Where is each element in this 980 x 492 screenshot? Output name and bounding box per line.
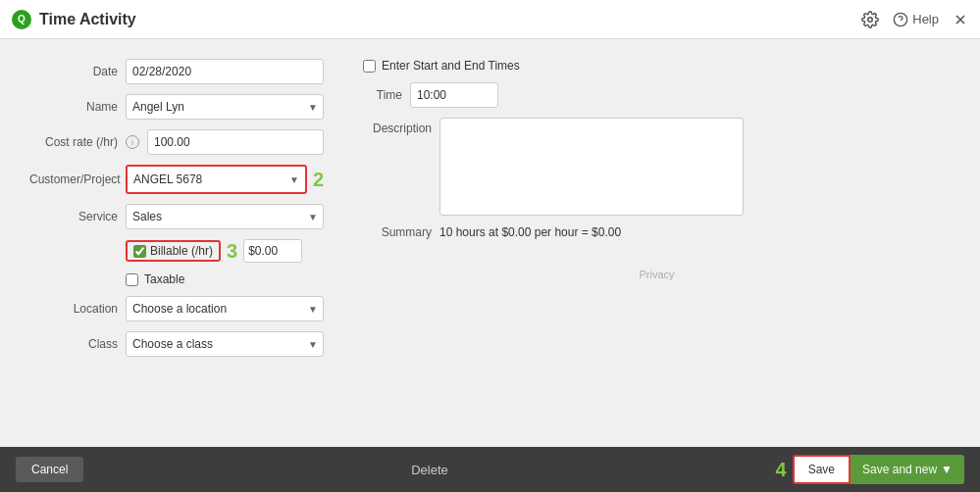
date-row: Date — [29, 59, 324, 84]
annotation-4: 4 — [776, 459, 787, 481]
taxable-label: Taxable — [144, 272, 184, 286]
main-content: Date Name Angel Lyn ▼ Cost rate (/hr) i — [0, 39, 980, 447]
time-input[interactable] — [410, 82, 498, 108]
location-label: Location — [29, 302, 118, 316]
time-label: Time — [363, 88, 402, 102]
class-select[interactable]: Choose a class — [126, 331, 324, 357]
close-icon[interactable] — [953, 12, 968, 27]
privacy-link[interactable]: Privacy — [639, 269, 674, 280]
description-label: Description — [363, 118, 432, 135]
summary-row: Summary 10 hours at $0.00 per hour = $0.… — [363, 225, 951, 239]
right-column: Enter Start and End Times Time Descripti… — [363, 59, 951, 427]
description-row: Description — [363, 118, 951, 216]
service-select-wrap: Sales ▼ — [126, 204, 324, 229]
page-title: Time Activity — [39, 11, 136, 28]
date-label: Date — [29, 65, 118, 78]
save-and-new-button[interactable]: Save and new ▼ — [851, 455, 964, 484]
customer-label: Customer/Project — [29, 172, 118, 186]
settings-icon[interactable] — [861, 11, 879, 28]
taxable-row: Taxable — [126, 272, 324, 286]
location-select[interactable]: Choose a location — [126, 296, 324, 321]
header: Q Time Activity Help — [0, 0, 980, 39]
time-row: Time — [363, 82, 951, 108]
customer-row: Customer/Project ANGEL 5678 ▼ 2 — [29, 165, 324, 194]
cost-rate-input[interactable] — [147, 129, 324, 155]
billable-label: Billable (/hr) — [150, 244, 213, 258]
class-select-wrap: Choose a class ▼ — [126, 331, 324, 357]
cost-rate-row: Cost rate (/hr) i — [29, 129, 324, 155]
location-select-wrap: Choose a location ▼ — [126, 296, 324, 321]
name-label: Name — [29, 100, 118, 114]
save-new-dropdown-icon: ▼ — [941, 463, 953, 476]
summary-text: 10 hours at $0.00 per hour = $0.00 — [439, 225, 621, 239]
location-row: Location Choose a location ▼ — [29, 296, 324, 321]
name-select-wrap: Angel Lyn ▼ — [126, 94, 324, 120]
name-select[interactable]: Angel Lyn — [126, 94, 324, 120]
summary-label: Summary — [363, 225, 432, 239]
cost-rate-info-icon[interactable]: i — [126, 135, 139, 149]
customer-highlight-border: ANGEL 5678 ▼ — [126, 165, 307, 194]
annotation-3: 3 — [227, 240, 237, 263]
customer-select-container: ANGEL 5678 ▼ 2 — [126, 165, 324, 194]
footer-save-wrap: 4 Save Save and new ▼ — [776, 455, 964, 484]
left-column: Date Name Angel Lyn ▼ Cost rate (/hr) i — [29, 59, 324, 427]
class-label: Class — [29, 337, 118, 351]
annotation-2: 2 — [313, 169, 324, 191]
help-button[interactable]: Help — [893, 12, 939, 27]
description-textarea[interactable] — [439, 118, 744, 216]
service-row: Service Sales ▼ — [29, 204, 324, 229]
class-row: Class Choose a class ▼ — [29, 331, 324, 357]
billable-checkbox[interactable] — [133, 245, 146, 258]
billable-amount-input[interactable] — [243, 239, 302, 263]
enter-times-label: Enter Start and End Times — [382, 59, 520, 73]
header-left: Q Time Activity — [12, 10, 136, 29]
service-select[interactable]: Sales — [126, 204, 324, 229]
taxable-checkbox[interactable] — [126, 273, 138, 286]
cancel-button[interactable]: Cancel — [16, 457, 83, 482]
enter-times-row: Enter Start and End Times — [363, 59, 951, 73]
billable-row: Billable (/hr) 3 — [126, 239, 324, 263]
billable-checkbox-wrap: Billable (/hr) — [126, 240, 221, 262]
delete-button[interactable]: Delete — [411, 463, 448, 477]
header-right: Help — [861, 11, 968, 28]
customer-select[interactable]: ANGEL 5678 — [128, 167, 305, 192]
name-row: Name Angel Lyn ▼ — [29, 94, 324, 120]
form-area: Date Name Angel Lyn ▼ Cost rate (/hr) i — [0, 39, 980, 447]
service-label: Service — [29, 210, 118, 223]
qbo-logo-icon: Q — [12, 10, 31, 29]
enter-times-checkbox[interactable] — [363, 60, 376, 73]
date-input[interactable] — [126, 59, 324, 84]
privacy-area: Privacy — [363, 249, 951, 280]
footer: Cancel Delete 4 Save Save and new ▼ — [0, 447, 980, 492]
svg-point-0 — [868, 17, 873, 22]
footer-left: Cancel — [16, 457, 83, 482]
save-button[interactable]: Save — [793, 455, 851, 484]
help-label: Help — [912, 12, 939, 26]
cost-rate-label: Cost rate (/hr) — [29, 135, 118, 149]
